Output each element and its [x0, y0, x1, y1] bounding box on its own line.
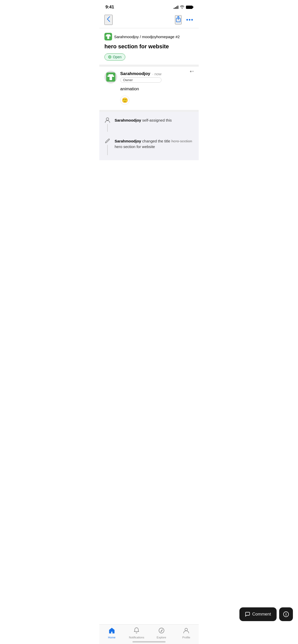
status-time: 9:41	[105, 5, 114, 10]
activity-content-2: Sarahmoodjoy changed the title hero sect…	[115, 138, 194, 155]
comment-body: animation	[120, 86, 194, 92]
signal-icon	[174, 5, 178, 9]
svg-rect-2	[107, 35, 109, 39]
section-divider-2	[99, 110, 199, 112]
person-icon	[104, 117, 111, 123]
svg-rect-5	[110, 76, 112, 80]
open-status-badge: Open	[104, 53, 125, 61]
breadcrumb-text: Sarahmoodjoy / moodjoyhomepage #2	[114, 35, 180, 39]
repo-avatar	[104, 33, 112, 40]
issue-title: hero section for website	[104, 43, 194, 50]
activity-line	[107, 124, 108, 132]
svg-rect-3	[106, 34, 110, 35]
svg-point-7	[106, 118, 109, 120]
comment-more-icon[interactable]	[190, 71, 194, 72]
comment-section: Sarahmoodjoy · now Owner animation 🙂	[99, 67, 199, 110]
share-button[interactable]	[175, 15, 182, 24]
emoji-reaction-button[interactable]: 🙂	[120, 96, 129, 105]
battery-icon	[186, 6, 193, 9]
emoji-icon: 🙂	[122, 97, 128, 103]
pencil-icon	[104, 138, 111, 144]
activity-line-2	[107, 145, 108, 155]
comment-author-row: Sarahmoodjoy · now Owner	[104, 71, 161, 83]
open-dot-icon	[108, 55, 111, 58]
back-button[interactable]	[104, 15, 113, 25]
activity-username: Sarahmoodjoy	[115, 118, 141, 122]
activity-changed-text: changed the title	[142, 139, 171, 143]
activity-text: self-assigned this	[142, 118, 172, 122]
comment-username-row: Sarahmoodjoy · now	[120, 71, 161, 76]
activity-username-2: Sarahmoodjoy	[115, 139, 141, 143]
avatar-inner	[106, 72, 115, 82]
activity-item: Sarahmoodjoy changed the title hero sect…	[104, 138, 194, 155]
more-button[interactable]: •••	[186, 17, 194, 23]
activity-item: Sarahmoodjoy self-assigned this	[104, 117, 194, 132]
breadcrumb: Sarahmoodjoy / moodjoyhomepage #2	[104, 33, 194, 40]
issue-header: Sarahmoodjoy / moodjoyhomepage #2 hero s…	[99, 28, 199, 65]
main-content: Sarahmoodjoy / moodjoyhomepage #2 hero s…	[99, 28, 199, 201]
nav-bar: •••	[99, 13, 199, 28]
owner-badge: Owner	[120, 77, 161, 83]
activity-old-title: hero section	[171, 139, 192, 143]
comment-header: Sarahmoodjoy · now Owner	[104, 71, 194, 83]
nav-actions: •••	[175, 15, 194, 24]
comment-username: Sarahmoodjoy	[120, 71, 150, 76]
activity-section: Sarahmoodjoy self-assigned this Sarahmoo…	[99, 112, 199, 160]
svg-rect-6	[109, 74, 113, 76]
status-bar: 9:41	[99, 0, 199, 13]
status-icons	[174, 5, 193, 9]
activity-content: Sarahmoodjoy self-assigned this	[115, 117, 194, 132]
wifi-icon	[180, 5, 184, 9]
comment-meta: Sarahmoodjoy · now Owner	[120, 71, 161, 83]
activity-icon-col-2	[104, 138, 111, 155]
comment-time: · now	[152, 72, 161, 76]
activity-new-title: hero section for website	[115, 144, 155, 149]
section-divider-1	[99, 65, 199, 67]
avatar	[104, 71, 117, 83]
activity-icon-col	[104, 117, 111, 132]
